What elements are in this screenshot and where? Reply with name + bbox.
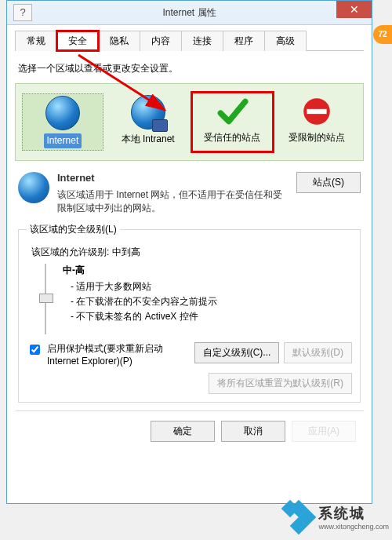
svg-rect-1 xyxy=(307,109,327,114)
zone-trusted-label: 受信任的站点 xyxy=(204,132,260,143)
close-button[interactable]: ✕ xyxy=(336,1,372,18)
internet-options-dialog: ? Internet 属性 ✕ 常规 安全 隐私 内容 连接 程序 高级 选择一… xyxy=(6,0,372,504)
security-level-desc: 中-高 - 适用于大多数网站 - 在下载潜在的不安全内容之前提示 - 不下载未签… xyxy=(63,264,352,334)
watermark: 系统城 www.xitongcheng.com xyxy=(284,502,389,532)
security-level-slider[interactable] xyxy=(38,264,53,334)
level-name: 中-高 xyxy=(63,264,352,277)
custom-level-button[interactable]: 自定义级别(C)... xyxy=(194,342,280,363)
level-point-3: - 不下载未签名的 ActiveX 控件 xyxy=(71,310,352,323)
reset-all-zones-button[interactable]: 将所有区域重置为默认级别(R) xyxy=(209,373,352,394)
globe-lan-icon xyxy=(131,95,165,130)
watermark-text: 系统城 xyxy=(318,504,389,523)
tab-privacy[interactable]: 隐私 xyxy=(98,31,140,51)
badge-icon: 72 xyxy=(373,25,392,44)
zone-info: Internet 该区域适用于 Internet 网站，但不适用于在受信任和受限… xyxy=(18,172,361,215)
globe-icon xyxy=(45,96,80,130)
zone-info-heading: Internet xyxy=(57,172,289,184)
forbidden-icon xyxy=(300,95,333,128)
watermark-logo-icon xyxy=(284,502,314,532)
protected-mode-checkbox[interactable] xyxy=(30,345,40,355)
allowed-level-label: 该区域的允许级别: 中到高 xyxy=(31,246,352,259)
instruction-text: 选择一个区域以查看或更改安全设置。 xyxy=(18,62,361,75)
zone-intranet[interactable]: 本地 Intranet xyxy=(108,93,188,151)
watermark-url: www.xitongcheng.com xyxy=(318,523,389,531)
zone-trusted[interactable]: 受信任的站点 xyxy=(193,93,273,151)
sites-button[interactable]: 站点(S) xyxy=(296,172,361,193)
zone-restricted-label: 受限制的站点 xyxy=(289,132,345,143)
tab-content[interactable]: 内容 xyxy=(140,31,182,51)
checkmark-icon xyxy=(216,95,249,128)
dialog-buttons: 确定 取消 应用(A) xyxy=(15,410,364,442)
globe-icon xyxy=(18,172,49,203)
tab-programs[interactable]: 程序 xyxy=(223,31,265,51)
level-point-2: - 在下载潜在的不安全内容之前提示 xyxy=(71,295,352,308)
zone-restricted[interactable]: 受限制的站点 xyxy=(277,93,357,151)
zone-info-desc: 该区域适用于 Internet 网站，但不适用于在受信任和受限制区域中列出的网站… xyxy=(57,189,282,213)
default-level-button[interactable]: 默认级别(D) xyxy=(284,342,352,363)
slider-thumb[interactable] xyxy=(39,294,53,303)
security-level-group: 该区域的安全级别(L) 该区域的允许级别: 中到高 中-高 - 适用于大多数网站… xyxy=(18,223,361,403)
tab-strip: 常规 安全 隐私 内容 连接 程序 高级 xyxy=(15,30,364,51)
apply-button[interactable]: 应用(A) xyxy=(292,421,356,442)
tab-general[interactable]: 常规 xyxy=(15,31,57,51)
security-level-legend: 该区域的安全级别(L) xyxy=(27,223,120,236)
ok-button[interactable]: 确定 xyxy=(151,421,215,442)
tab-connections[interactable]: 连接 xyxy=(181,31,223,51)
level-point-1: - 适用于大多数网站 xyxy=(71,280,352,294)
zone-internet[interactable]: Internet xyxy=(22,93,103,151)
cancel-button[interactable]: 取消 xyxy=(221,421,285,442)
protected-mode-label: 启用保护模式(要求重新启动 Internet Explorer)(P) xyxy=(47,342,190,367)
tab-security[interactable]: 安全 xyxy=(56,31,99,51)
help-button[interactable]: ? xyxy=(13,4,32,21)
tab-advanced[interactable]: 高级 xyxy=(264,31,307,51)
zone-selector: Internet 本地 Intranet 受信任的站点 受限制的站点 xyxy=(15,83,364,161)
zone-internet-label: Internet xyxy=(44,133,82,148)
zone-intranet-label: 本地 Intranet xyxy=(122,133,175,144)
window-title: Internet 属性 xyxy=(162,7,216,18)
titlebar: ? Internet 属性 ✕ xyxy=(7,1,372,25)
